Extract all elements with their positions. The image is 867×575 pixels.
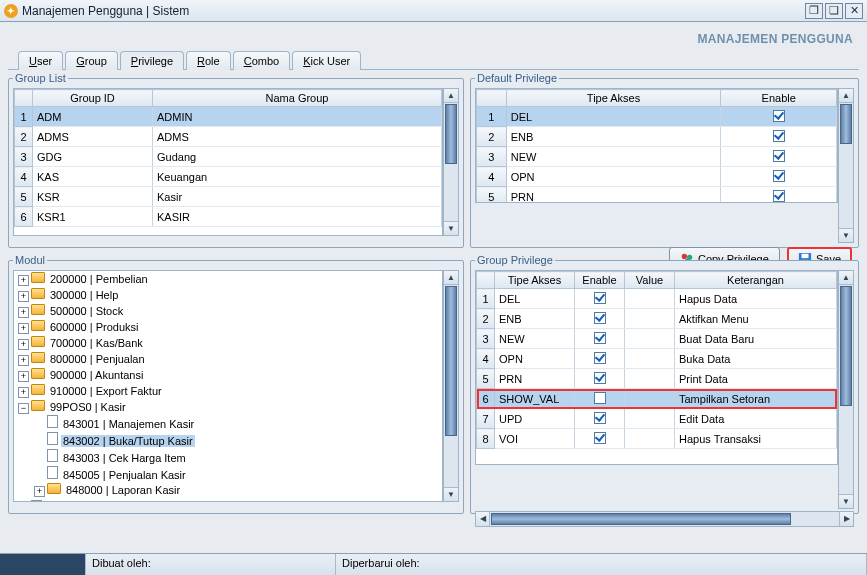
- scroll-down-icon[interactable]: ▼: [839, 228, 853, 242]
- scroll-left-icon[interactable]: ◀: [476, 512, 490, 526]
- cell-enable[interactable]: [575, 409, 625, 429]
- tree-label[interactable]: 848000 | Laporan Kasir: [64, 484, 182, 496]
- cell-group-id[interactable]: KSR1: [33, 207, 153, 227]
- table-row[interactable]: 1DEL: [477, 107, 837, 127]
- scroll-up-icon[interactable]: ▲: [444, 89, 458, 103]
- cell-tipe-akses[interactable]: PRN: [506, 187, 721, 204]
- enable-checkbox[interactable]: [594, 332, 606, 344]
- cell-tipe-akses[interactable]: VOI: [495, 429, 575, 449]
- col-enable[interactable]: Enable: [721, 90, 837, 107]
- cell-tipe-akses[interactable]: UPD: [495, 409, 575, 429]
- cell-value[interactable]: [625, 389, 675, 409]
- group-priv-hscroll[interactable]: ◀ ▶: [475, 511, 854, 527]
- enable-checkbox[interactable]: [594, 312, 606, 324]
- enable-checkbox[interactable]: [773, 170, 785, 182]
- expand-icon[interactable]: +: [18, 387, 29, 398]
- cell-keterangan[interactable]: Hapus Data: [675, 289, 837, 309]
- table-row[interactable]: 1DELHapus Data: [477, 289, 837, 309]
- scroll-thumb[interactable]: [840, 104, 852, 144]
- table-row[interactable]: 2ADMSADMS: [15, 127, 442, 147]
- cell-value[interactable]: [625, 409, 675, 429]
- col-keterangan[interactable]: Keterangan: [675, 272, 837, 289]
- enable-checkbox[interactable]: [594, 292, 606, 304]
- table-row[interactable]: 4OPN: [477, 167, 837, 187]
- table-row[interactable]: 5PRN: [477, 187, 837, 204]
- modul-vscroll[interactable]: ▲ ▼: [443, 270, 459, 502]
- cell-value[interactable]: [625, 329, 675, 349]
- cell-tipe-akses[interactable]: DEL: [495, 289, 575, 309]
- cell-tipe-akses[interactable]: NEW: [495, 329, 575, 349]
- scroll-thumb[interactable]: [445, 104, 457, 164]
- table-row[interactable]: 2ENBAktifkan Menu: [477, 309, 837, 329]
- tree-folder[interactable]: +700000 | Kas/Bank: [18, 335, 442, 351]
- tree-label[interactable]: 700000 | Kas/Bank: [48, 337, 145, 349]
- table-row[interactable]: 7UPDEdit Data: [477, 409, 837, 429]
- cell-tipe-akses[interactable]: ENB: [495, 309, 575, 329]
- enable-checkbox[interactable]: [773, 130, 785, 142]
- table-row[interactable]: 4KASKeuangan: [15, 167, 442, 187]
- enable-checkbox[interactable]: [773, 150, 785, 162]
- cell-tipe-akses[interactable]: OPN: [495, 349, 575, 369]
- cell-keterangan[interactable]: Tampilkan Setoran: [675, 389, 837, 409]
- window-close-button[interactable]: ✕: [845, 3, 863, 19]
- cell-group-id[interactable]: KSR: [33, 187, 153, 207]
- cell-enable[interactable]: [575, 349, 625, 369]
- tree-label[interactable]: 500000 | Stock: [48, 305, 125, 317]
- cell-enable[interactable]: [721, 147, 837, 167]
- table-row[interactable]: 3NEWBuat Data Baru: [477, 329, 837, 349]
- cell-tipe-akses[interactable]: DEL: [506, 107, 721, 127]
- table-row[interactable]: 1ADMADMIN: [15, 107, 442, 127]
- cell-nama-group[interactable]: ADMS: [153, 127, 442, 147]
- group-priv-vscroll[interactable]: ▲ ▼: [838, 270, 854, 509]
- table-row[interactable]: 4OPNBuka Data: [477, 349, 837, 369]
- cell-enable[interactable]: [575, 369, 625, 389]
- cell-value[interactable]: [625, 309, 675, 329]
- scroll-down-icon[interactable]: ▼: [444, 487, 458, 501]
- cell-enable[interactable]: [721, 107, 837, 127]
- col-enable[interactable]: Enable: [575, 272, 625, 289]
- cell-tipe-akses[interactable]: OPN: [506, 167, 721, 187]
- cell-nama-group[interactable]: Keuangan: [153, 167, 442, 187]
- enable-checkbox[interactable]: [773, 190, 785, 202]
- cell-tipe-akses[interactable]: NEW: [506, 147, 721, 167]
- scroll-up-icon[interactable]: ▲: [839, 89, 853, 103]
- cell-value[interactable]: [625, 369, 675, 389]
- cell-group-id[interactable]: ADMS: [33, 127, 153, 147]
- tree-label[interactable]: 910000 | Export Faktur: [48, 385, 164, 397]
- cell-tipe-akses[interactable]: SHOW_VAL: [495, 389, 575, 409]
- enable-checkbox[interactable]: [594, 392, 606, 404]
- group-list-table[interactable]: Group ID Nama Group 1ADMADMIN2ADMSADMS3G…: [14, 89, 442, 227]
- enable-checkbox[interactable]: [594, 432, 606, 444]
- tree-label[interactable]: 600000 | Produksi: [48, 321, 140, 333]
- cell-value[interactable]: [625, 429, 675, 449]
- tab-combo[interactable]: Combo: [233, 51, 290, 70]
- tree-folder[interactable]: +800000 | Penjualan: [18, 351, 442, 367]
- cell-group-id[interactable]: GDG: [33, 147, 153, 167]
- tree-label[interactable]: 200000 | Pembelian: [48, 273, 150, 285]
- scroll-thumb[interactable]: [840, 286, 852, 406]
- tree-label[interactable]: 843003 | Cek Harga Item: [61, 452, 188, 464]
- modul-tree[interactable]: +200000 | Pembelian+300000 | Help+500000…: [13, 270, 443, 502]
- tree-folder[interactable]: −99POS0 | Kasir843001 | Manajemen Kasir8…: [18, 399, 442, 499]
- cell-enable[interactable]: [575, 329, 625, 349]
- default-priv-vscroll[interactable]: ▲ ▼: [838, 88, 854, 243]
- cell-nama-group[interactable]: Kasir: [153, 187, 442, 207]
- tree-folder[interactable]: +900000 | Akuntansi: [18, 367, 442, 383]
- table-row[interactable]: 8VOIHapus Transaksi: [477, 429, 837, 449]
- scroll-up-icon[interactable]: ▲: [839, 271, 853, 285]
- tree-folder[interactable]: +200000 | Pembelian: [18, 271, 442, 287]
- cell-group-id[interactable]: ADM: [33, 107, 153, 127]
- tree-folder[interactable]: +600000 | Produksi: [18, 319, 442, 335]
- tree-file[interactable]: 843002 | Buka/Tutup Kasir: [34, 431, 442, 448]
- table-row[interactable]: 6SHOW_VALTampilkan Setoran: [477, 389, 837, 409]
- enable-checkbox[interactable]: [773, 110, 785, 122]
- tree-folder[interactable]: +300000 | Help: [18, 287, 442, 303]
- expand-icon[interactable]: +: [18, 323, 29, 334]
- col-value[interactable]: Value: [625, 272, 675, 289]
- cell-keterangan[interactable]: Hapus Transaksi: [675, 429, 837, 449]
- tree-file[interactable]: 843001 | Manajemen Kasir: [34, 414, 442, 431]
- cell-tipe-akses[interactable]: PRN: [495, 369, 575, 389]
- tree-file[interactable]: 843003 | Cek Harga Item: [34, 448, 442, 465]
- cell-keterangan[interactable]: Print Data: [675, 369, 837, 389]
- tree-label[interactable]: 843002 | Buka/Tutup Kasir: [61, 435, 195, 447]
